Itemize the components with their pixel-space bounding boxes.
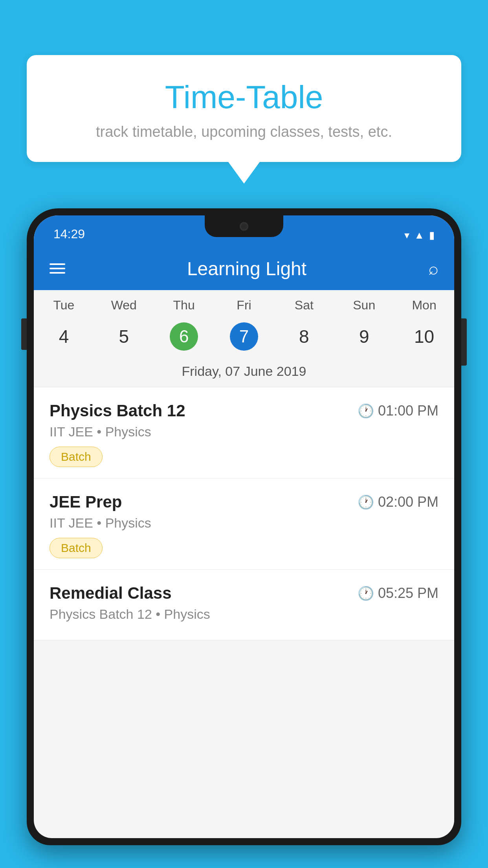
date-9[interactable]: 9 xyxy=(334,320,394,353)
front-camera xyxy=(240,222,248,231)
day-fri: Fri xyxy=(214,298,274,313)
schedule-time-1: 🕐 01:00 PM xyxy=(358,403,438,419)
schedule-item-3[interactable]: Remedial Class 🕐 05:25 PM Physics Batch … xyxy=(34,570,454,640)
phone-notch xyxy=(205,215,283,237)
calendar-dates: 4 5 6 7 8 9 10 xyxy=(34,316,454,360)
day-thu: Thu xyxy=(154,298,214,313)
day-wed: Wed xyxy=(94,298,154,313)
schedule-time-3: 🕐 05:25 PM xyxy=(358,585,438,601)
speech-bubble-container: Time-Table track timetable, upcoming cla… xyxy=(27,55,461,184)
schedule-item-3-header: Remedial Class 🕐 05:25 PM xyxy=(50,584,438,603)
menu-icon[interactable] xyxy=(50,263,65,274)
status-time: 14:29 xyxy=(53,227,85,241)
batch-badge-1: Batch xyxy=(50,447,103,467)
feature-subtitle: track timetable, upcoming classes, tests… xyxy=(42,123,446,140)
calendar-days-header: Tue Wed Thu Fri Sat Sun Mon xyxy=(34,290,454,316)
schedule-item-1-header: Physics Batch 12 🕐 01:00 PM xyxy=(50,401,438,420)
clock-icon-1: 🕐 xyxy=(358,403,374,419)
day-sat: Sat xyxy=(274,298,334,313)
day-tue: Tue xyxy=(34,298,94,313)
batch-badge-2: Batch xyxy=(50,538,103,558)
date-5[interactable]: 5 xyxy=(94,320,154,353)
schedule-title-2: JEE Prep xyxy=(50,493,122,511)
feature-title: Time-Table xyxy=(42,79,446,116)
schedule-item-2-header: JEE Prep 🕐 02:00 PM xyxy=(50,493,438,511)
day-sun: Sun xyxy=(334,298,394,313)
phone-outer: 14:29 ▾ ▲ ▮ Learning Light ⌕ Tue Wed Th xyxy=(27,208,461,845)
date-6-today[interactable]: 6 xyxy=(170,322,198,351)
schedule-subtitle-1: IIT JEE • Physics xyxy=(50,424,438,440)
date-7-selected[interactable]: 7 xyxy=(230,322,258,351)
date-10[interactable]: 10 xyxy=(394,320,454,353)
schedule-item-1[interactable]: Physics Batch 12 🕐 01:00 PM IIT JEE • Ph… xyxy=(34,387,454,478)
schedule-subtitle-2: IIT JEE • Physics xyxy=(50,515,438,531)
schedule-title-3: Remedial Class xyxy=(50,584,172,603)
date-8[interactable]: 8 xyxy=(274,320,334,353)
clock-icon-2: 🕐 xyxy=(358,494,374,510)
schedule-title-1: Physics Batch 12 xyxy=(50,401,185,420)
phone-screen: 14:29 ▾ ▲ ▮ Learning Light ⌕ Tue Wed Th xyxy=(34,215,454,838)
phone-mockup: 14:29 ▾ ▲ ▮ Learning Light ⌕ Tue Wed Th xyxy=(27,208,461,868)
speech-bubble: Time-Table track timetable, upcoming cla… xyxy=(27,55,461,162)
speech-bubble-arrow xyxy=(228,162,260,184)
schedule-subtitle-3: Physics Batch 12 • Physics xyxy=(50,607,438,622)
clock-icon-3: 🕐 xyxy=(358,585,374,601)
signal-icon: ▲ xyxy=(414,229,424,241)
battery-icon: ▮ xyxy=(429,229,435,241)
selected-date-label: Friday, 07 June 2019 xyxy=(34,360,454,387)
app-title: Learning Light xyxy=(77,258,416,280)
date-4[interactable]: 4 xyxy=(34,320,94,353)
schedule-time-2: 🕐 02:00 PM xyxy=(358,494,438,510)
status-icons: ▾ ▲ ▮ xyxy=(404,229,435,241)
schedule-item-2[interactable]: JEE Prep 🕐 02:00 PM IIT JEE • Physics Ba… xyxy=(34,478,454,570)
search-icon[interactable]: ⌕ xyxy=(428,259,438,278)
app-bar: Learning Light ⌕ xyxy=(34,247,454,290)
wifi-icon: ▾ xyxy=(404,229,409,241)
schedule-container: Physics Batch 12 🕐 01:00 PM IIT JEE • Ph… xyxy=(34,387,454,640)
day-mon: Mon xyxy=(394,298,454,313)
